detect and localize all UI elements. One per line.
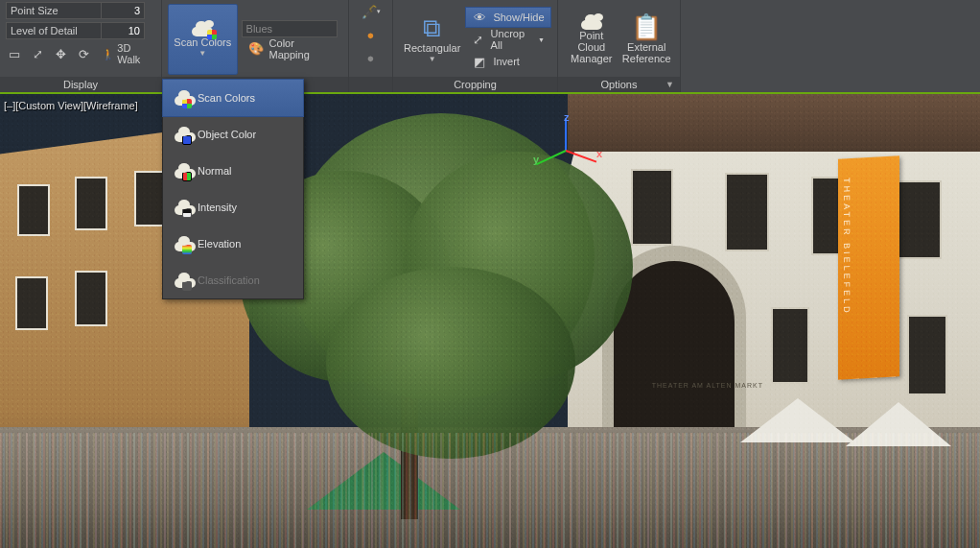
refresh-icon[interactable]: ⟳ xyxy=(75,44,92,63)
orbit-icon[interactable]: ⤢ xyxy=(29,44,46,63)
invert-button[interactable]: ◩ Invert xyxy=(465,51,551,72)
xref-button[interactable]: 📋 External Reference xyxy=(619,4,675,75)
person-icon: 🚶 xyxy=(102,48,115,60)
cloud-icon xyxy=(173,272,190,289)
panel-utility-title xyxy=(349,77,392,92)
scene-sign: THEATER AM ALTEN MARKT xyxy=(652,382,763,389)
scene-window xyxy=(907,315,947,395)
cloud-icon xyxy=(173,126,190,143)
crop-rect-icon: ⧉ xyxy=(423,15,441,40)
scene-window xyxy=(75,271,107,326)
menu-item-label: Scan Colors xyxy=(198,92,255,104)
walk-button[interactable]: 🚶 3D Walk xyxy=(98,44,155,63)
cloud-icon xyxy=(173,235,190,252)
cloud-color-icon xyxy=(190,21,215,36)
panel-display-title: Display xyxy=(0,77,161,92)
color-mapping-button[interactable]: 🎨 Color Mapping xyxy=(242,38,342,60)
showhide-button[interactable]: 👁 Show/Hide xyxy=(465,7,551,28)
walk-label: 3D Walk xyxy=(117,42,152,65)
viewport-label[interactable]: [–][Custom View][Wireframe] xyxy=(4,100,138,111)
xref-label: External Reference xyxy=(620,41,674,64)
invert-label: Invert xyxy=(493,56,520,67)
panel-display: Point Size 3 Level of Detail 10 ▭ ⤢ ✥ ⟳ … xyxy=(0,0,162,92)
rectangular-button[interactable]: ⧉ Rectangular ▼ xyxy=(399,4,465,75)
panel-options: Point Cloud Manager 📋 External Reference… xyxy=(558,0,681,92)
chevron-down-icon: ▼ xyxy=(665,80,674,89)
menu-item-label: Classification xyxy=(198,274,260,286)
axis-z-label: z xyxy=(564,111,570,123)
panel-cropping: ⧉ Rectangular ▼ 👁 Show/Hide ⤢ Uncrop All… xyxy=(393,0,558,92)
rectangular-label: Rectangular xyxy=(404,42,460,54)
menu-item-label: Elevation xyxy=(198,238,241,250)
scene-window xyxy=(17,184,50,236)
chevron-down-icon: ▼ xyxy=(538,36,545,43)
scene-window xyxy=(75,177,107,230)
point-size-label: Point Size xyxy=(6,2,102,19)
axis-x-label: x xyxy=(596,148,602,159)
menu-item-label: Normal xyxy=(198,165,231,177)
ribbon: Point Size 3 Level of Detail 10 ▭ ⤢ ✥ ⟳ … xyxy=(0,0,980,94)
pcm-label: Point Cloud Manager xyxy=(565,30,618,64)
panel-utility: 🖋️▾ ● ● xyxy=(349,0,393,92)
cloud-manager-icon xyxy=(579,14,604,30)
axis-gizmo[interactable]: z x y xyxy=(556,109,614,167)
invert-icon: ◩ xyxy=(472,54,487,69)
lod-input[interactable]: 10 xyxy=(102,22,145,39)
menu-item-label: Object Color xyxy=(198,129,256,140)
palette-icon: 🎨 xyxy=(248,41,264,57)
scene-window xyxy=(725,173,769,251)
menu-item-classification: Classification xyxy=(163,262,303,298)
scene-window xyxy=(898,180,942,259)
scene-banner-text: THEATER BIELEFELD xyxy=(838,158,855,335)
uncrop-label: Uncrop All xyxy=(491,28,530,51)
showhide-label: Show/Hide xyxy=(493,12,544,23)
scene-window xyxy=(631,169,673,246)
chevron-down-icon: ▼ xyxy=(429,55,436,63)
uncrop-button[interactable]: ⤢ Uncrop All ▼ xyxy=(465,29,551,50)
chevron-down-icon: ▼ xyxy=(198,49,206,58)
menu-item-intensity[interactable]: Intensity xyxy=(163,189,303,226)
scene-window xyxy=(15,276,48,330)
menu-item-normal[interactable]: Normal xyxy=(163,153,303,189)
sphere-orange-icon[interactable]: ● xyxy=(362,25,381,44)
scan-colors-dropdown: Scan ColorsObject ColorNormalIntensityEl… xyxy=(162,79,304,299)
color-scheme-combo[interactable]: Blues xyxy=(242,20,338,37)
eyedropper-icon[interactable]: 🖋️▾ xyxy=(362,2,381,21)
expand-icon: ⤢ xyxy=(472,32,484,47)
cloud-icon xyxy=(173,162,190,179)
scan-colors-label: Scan Colors xyxy=(174,36,231,48)
menu-item-object-color[interactable]: Object Color xyxy=(163,116,303,153)
viewport[interactable]: [–][Custom View][Wireframe] THEATER BIEL… xyxy=(0,94,980,548)
panel-cropping-title: Cropping xyxy=(393,77,557,92)
color-mapping-label: Color Mapping xyxy=(269,37,336,60)
eye-icon: 👁 xyxy=(472,10,487,25)
box-view-icon[interactable]: ▭ xyxy=(6,44,23,63)
pcm-button[interactable]: Point Cloud Manager xyxy=(564,4,619,75)
axis-y-label: y xyxy=(533,154,539,165)
panel-options-title[interactable]: Options▼ xyxy=(558,77,680,92)
scene-window xyxy=(771,307,809,384)
scene-roof-right xyxy=(568,94,980,152)
scan-colors-button[interactable]: Scan Colors ▼ xyxy=(168,4,238,75)
menu-item-elevation[interactable]: Elevation xyxy=(163,226,303,262)
pan-icon[interactable]: ✥ xyxy=(52,44,69,63)
point-size-input[interactable]: 3 xyxy=(102,2,145,19)
scene-banner: THEATER BIELEFELD xyxy=(838,155,899,379)
scene-tree xyxy=(326,267,575,459)
clipboard-icon: 📋 xyxy=(631,14,662,39)
menu-item-scan-colors[interactable]: Scan Colors xyxy=(162,79,304,117)
menu-item-label: Intensity xyxy=(198,202,237,213)
sphere-grey-icon[interactable]: ● xyxy=(362,48,381,67)
cloud-icon xyxy=(173,89,190,107)
lod-label: Level of Detail xyxy=(6,22,102,39)
cloud-icon xyxy=(173,199,190,216)
